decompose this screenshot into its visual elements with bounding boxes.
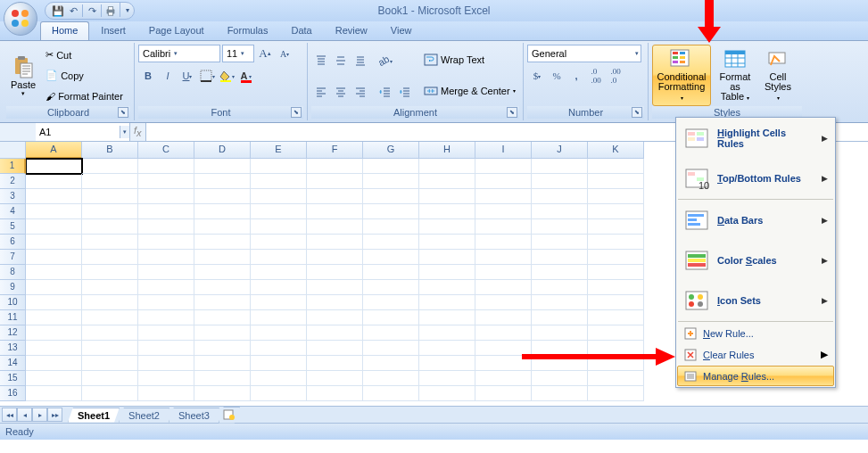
cell-I3[interactable] (475, 189, 532, 204)
cell-F1[interactable] (307, 159, 363, 174)
cell-I8[interactable] (475, 265, 532, 280)
qat-undo[interactable]: ↶ (66, 4, 80, 18)
cell-C6[interactable] (138, 235, 194, 250)
menu-color-scales[interactable]: Color Scales▶ (677, 241, 834, 280)
cell-K8[interactable] (588, 265, 644, 280)
cell-E1[interactable] (251, 159, 307, 174)
cell-C3[interactable] (138, 189, 194, 204)
cell-B12[interactable] (82, 325, 138, 341)
cell-J8[interactable] (532, 265, 588, 280)
cell-G15[interactable] (363, 371, 419, 386)
cell-A9[interactable] (26, 280, 82, 295)
cell-E3[interactable] (251, 189, 307, 204)
cell-K6[interactable] (588, 235, 644, 250)
shrink-font-button[interactable]: A▾ (276, 45, 293, 62)
cell-F3[interactable] (307, 189, 363, 204)
row-head-11[interactable]: 11 (0, 310, 26, 325)
cell-A10[interactable] (26, 295, 82, 310)
col-head-K[interactable]: K (588, 142, 644, 159)
cell-E7[interactable] (251, 250, 307, 265)
col-head-J[interactable]: J (532, 142, 588, 159)
tab-insert[interactable]: Insert (89, 21, 137, 40)
paste-button[interactable]: Paste ▾ (6, 45, 40, 106)
align-middle-button[interactable] (331, 51, 351, 70)
cell-K7[interactable] (588, 250, 644, 265)
cell-D10[interactable] (194, 295, 251, 310)
cell-F2[interactable] (307, 174, 363, 189)
name-box[interactable]: A1▾ (36, 123, 130, 141)
sheet-tab-1[interactable]: Sheet1 (68, 408, 120, 423)
cell-A1[interactable] (26, 159, 82, 174)
cell-E9[interactable] (251, 280, 307, 295)
tab-page-layout[interactable]: Page Layout (137, 21, 216, 40)
cell-D5[interactable] (194, 219, 251, 235)
sheet-tab-new[interactable] (219, 407, 240, 424)
cell-G2[interactable] (363, 174, 419, 189)
cell-G13[interactable] (363, 341, 419, 356)
cell-D11[interactable] (194, 310, 251, 325)
tab-home[interactable]: Home (40, 21, 89, 40)
cell-H8[interactable] (419, 265, 475, 280)
cell-K3[interactable] (588, 189, 644, 204)
comma-format-button[interactable]: , (566, 66, 586, 86)
cell-A3[interactable] (26, 189, 82, 204)
cell-G16[interactable] (363, 386, 419, 401)
cell-K4[interactable] (588, 204, 644, 219)
row-head-2[interactable]: 2 (0, 174, 26, 189)
cell-B15[interactable] (82, 371, 138, 386)
cell-E6[interactable] (251, 235, 307, 250)
cell-B16[interactable] (82, 386, 138, 401)
orientation-button[interactable]: ab▾ (376, 51, 395, 70)
cut-button[interactable]: ✂Cut (42, 45, 130, 65)
cell-K5[interactable] (588, 219, 644, 235)
menu-top-bottom-rules[interactable]: 10 Top/Bottom Rules▶ (677, 159, 834, 198)
cell-F6[interactable] (307, 235, 363, 250)
underline-button[interactable]: U▾ (178, 66, 197, 86)
col-head-A[interactable]: A (26, 142, 82, 159)
cell-D8[interactable] (194, 265, 251, 280)
cell-J9[interactable] (532, 280, 588, 295)
cell-H11[interactable] (419, 310, 475, 325)
col-head-H[interactable]: H (419, 142, 475, 159)
conditional-formatting-button[interactable]: ConditionalFormatting ▾ (652, 45, 711, 106)
cell-C15[interactable] (138, 371, 194, 386)
italic-button[interactable]: I (158, 66, 178, 86)
menu-icon-sets[interactable]: Icon Sets▶ (677, 281, 834, 320)
cell-F13[interactable] (307, 341, 363, 356)
cell-H13[interactable] (419, 341, 475, 356)
cell-E13[interactable] (251, 341, 307, 356)
cell-I9[interactable] (475, 280, 532, 295)
cell-F12[interactable] (307, 325, 363, 341)
align-bottom-button[interactable] (351, 51, 370, 70)
align-left-button[interactable] (311, 82, 331, 102)
row-head-16[interactable]: 16 (0, 386, 26, 401)
cell-F10[interactable] (307, 295, 363, 310)
cell-G6[interactable] (363, 235, 419, 250)
cell-B3[interactable] (82, 189, 138, 204)
cell-A15[interactable] (26, 371, 82, 386)
cell-G9[interactable] (363, 280, 419, 295)
cell-I16[interactable] (475, 386, 532, 401)
tab-view[interactable]: View (379, 21, 424, 40)
cell-D3[interactable] (194, 189, 251, 204)
tab-review[interactable]: Review (324, 21, 379, 40)
cell-C14[interactable] (138, 356, 194, 371)
menu-data-bars[interactable]: Data Bars▶ (677, 201, 834, 240)
cell-B13[interactable] (82, 341, 138, 356)
cell-H2[interactable] (419, 174, 475, 189)
grow-font-button[interactable]: A▴ (256, 45, 274, 62)
cell-K1[interactable] (588, 159, 644, 174)
cell-F4[interactable] (307, 204, 363, 219)
cell-F15[interactable] (307, 371, 363, 386)
copy-button[interactable]: 📄Copy (42, 66, 130, 86)
cell-F14[interactable] (307, 356, 363, 371)
cell-E11[interactable] (251, 310, 307, 325)
cell-B2[interactable] (82, 174, 138, 189)
cell-H3[interactable] (419, 189, 475, 204)
cell-J7[interactable] (532, 250, 588, 265)
cell-E10[interactable] (251, 295, 307, 310)
cell-G5[interactable] (363, 219, 419, 235)
number-format-combo[interactable]: General▾ (527, 45, 641, 62)
menu-manage-rules[interactable]: Manage Rules... (677, 366, 834, 386)
sheet-nav-prev[interactable]: ◂ (17, 408, 32, 422)
